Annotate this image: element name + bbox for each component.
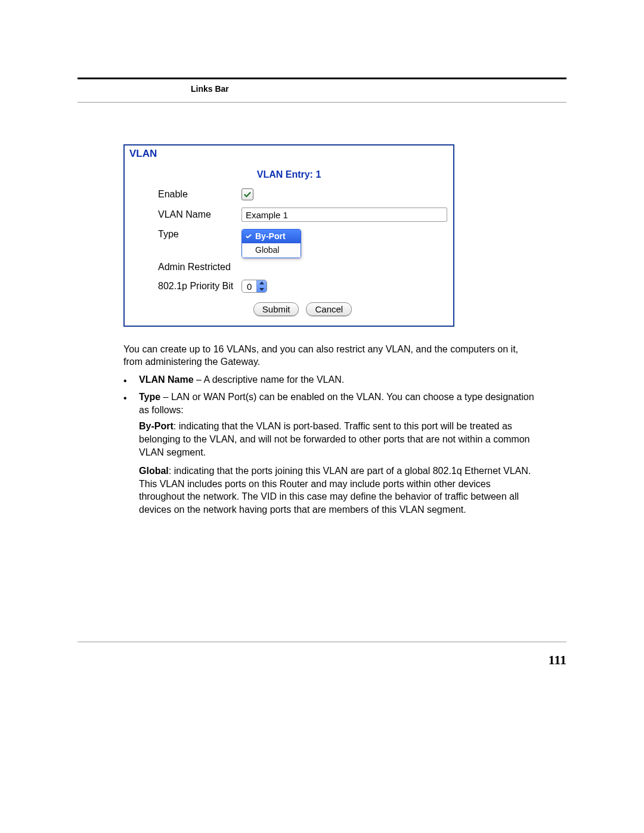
button-row: Submit Cancel — [158, 296, 447, 318]
row-admin-restricted: Admin Restricted — [158, 258, 447, 276]
page-number: 111 — [548, 652, 566, 668]
row-type: Type By-Port Global — [158, 225, 447, 262]
row-priority: 802.1p Priority Bit 0 — [158, 276, 447, 296]
header-section: Links Bar — [78, 83, 566, 98]
row-enable: Enable — [158, 185, 447, 204]
panel-title: VLAN — [125, 145, 453, 161]
vlan-name-input[interactable] — [242, 208, 447, 222]
form-area: Enable VLAN Name Type By-Port Global — [125, 185, 453, 326]
check-icon — [246, 234, 252, 239]
chevron-down-icon[interactable] — [257, 286, 267, 293]
bullet-type: • Type – LAN or WAN Port(s) can be enabl… — [123, 391, 535, 416]
label-priority: 802.1p Priority Bit — [158, 281, 242, 292]
type-dropdown[interactable]: By-Port Global — [242, 229, 301, 258]
cancel-button[interactable]: Cancel — [306, 302, 352, 316]
header-links-bar: Links Bar — [191, 84, 229, 94]
top-rule-thin — [78, 102, 566, 103]
row-vlan-name: VLAN Name — [158, 204, 447, 225]
sub-byport: By-Port: indicating that the VLAN is por… — [139, 420, 535, 459]
label-enable: Enable — [158, 189, 242, 200]
sub-global: Global: indicating that the ports joinin… — [139, 465, 535, 516]
priority-stepper[interactable]: 0 — [242, 280, 267, 293]
panel-entry-heading: VLAN Entry: 1 — [125, 161, 453, 185]
enable-checkbox[interactable] — [242, 188, 253, 200]
type-selected-label: By-Port — [255, 231, 286, 241]
label-vlan-name: VLAN Name — [158, 209, 242, 220]
type-option-byport[interactable]: By-Port — [242, 230, 301, 243]
intro-paragraph: You can create up to 16 VLANs, and you c… — [123, 343, 535, 368]
label-type: Type — [158, 229, 242, 240]
submit-button[interactable]: Submit — [253, 302, 299, 316]
bullet-list: • VLAN Name – A descriptive name for the… — [123, 373, 535, 516]
label-admin-restricted: Admin Restricted — [158, 262, 231, 272]
top-rule-thick — [78, 78, 566, 79]
chevron-up-icon[interactable] — [257, 280, 267, 286]
bullet-vlan-name: • VLAN Name – A descriptive name for the… — [123, 373, 535, 388]
type-option-global[interactable]: Global — [242, 243, 301, 258]
footer: 111 — [78, 642, 566, 642]
priority-value: 0 — [242, 281, 256, 292]
stepper-buttons[interactable] — [256, 280, 267, 293]
footer-rule — [78, 642, 566, 642]
check-icon — [244, 191, 251, 197]
vlan-panel: VLAN VLAN Entry: 1 Enable VLAN Name Type… — [123, 144, 454, 327]
